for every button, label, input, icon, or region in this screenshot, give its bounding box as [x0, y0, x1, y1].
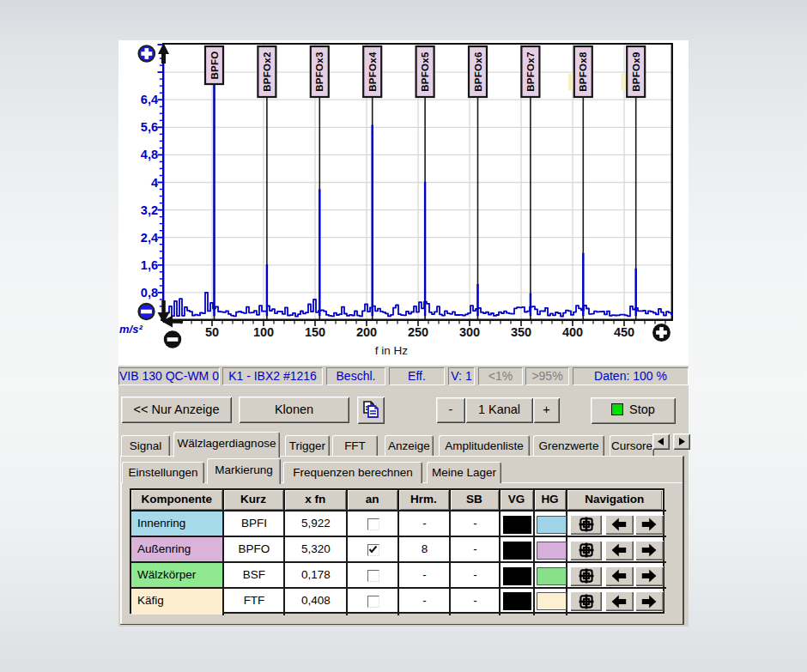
svg-text:200: 200	[356, 325, 377, 339]
svg-text:BPFOx6: BPFOx6	[473, 51, 483, 92]
svg-text:4: 4	[151, 176, 158, 190]
svg-text:6,4: 6,4	[141, 93, 158, 106]
svg-text:4,8: 4,8	[141, 148, 158, 161]
svg-text:450: 450	[614, 325, 634, 339]
svg-text:400: 400	[562, 325, 583, 339]
svg-text:350: 350	[511, 325, 531, 339]
svg-text:BPFOx3: BPFOx3	[314, 51, 325, 92]
svg-text:BPFOx7: BPFOx7	[525, 51, 536, 92]
svg-text:300: 300	[459, 325, 480, 339]
svg-text:250: 250	[408, 325, 428, 339]
svg-text:150: 150	[305, 325, 325, 339]
svg-text:100: 100	[253, 325, 274, 339]
svg-text:m/s²: m/s²	[119, 323, 143, 336]
svg-text:50: 50	[205, 325, 219, 339]
svg-text:BPFOx5: BPFOx5	[420, 51, 430, 92]
svg-text:0,8: 0,8	[141, 286, 158, 300]
svg-text:2,4: 2,4	[141, 231, 158, 245]
svg-text:BPFOx9: BPFOx9	[631, 51, 641, 92]
svg-text:3,2: 3,2	[141, 203, 158, 217]
svg-text:f in Hz: f in Hz	[375, 344, 409, 357]
svg-text:BPFO: BPFO	[209, 51, 220, 79]
svg-text:1,6: 1,6	[141, 258, 158, 272]
svg-text:BPFOx8: BPFOx8	[578, 51, 588, 92]
svg-text:BPFOx4: BPFOx4	[367, 51, 378, 92]
svg-text:BPFOx2: BPFOx2	[262, 51, 272, 92]
svg-text:5,6: 5,6	[141, 120, 158, 134]
